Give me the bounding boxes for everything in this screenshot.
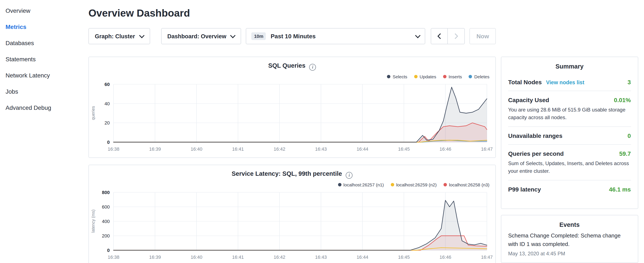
chart-header: Service Latency: SQL, 99th percentilei bbox=[89, 165, 496, 178]
summary-label: Total Nodes bbox=[508, 79, 542, 86]
legend-dot-icon bbox=[387, 75, 390, 78]
svg-text:16:41: 16:41 bbox=[232, 254, 244, 260]
time-range-dropdown[interactable]: 10m Past 10 Minutes bbox=[246, 28, 426, 44]
chart-title: SQL Queries bbox=[268, 62, 305, 69]
summary-value: 0 bbox=[624, 132, 631, 139]
dashboard-dropdown[interactable]: Dashboard: Overview bbox=[161, 28, 241, 44]
y-axis-label: queries bbox=[91, 96, 96, 130]
sidebar-item-network-latency[interactable]: Network Latency bbox=[0, 67, 85, 83]
svg-text:16:39: 16:39 bbox=[149, 146, 161, 152]
summary-title: Summary bbox=[508, 63, 631, 70]
summary-row: Total NodesView nodes list3 bbox=[508, 73, 631, 91]
summary-row: Capacity Used0.01%You are using 28.6 MiB… bbox=[508, 91, 631, 127]
summary-rows: Total NodesView nodes list3Capacity Used… bbox=[508, 73, 631, 198]
svg-text:200: 200 bbox=[102, 233, 110, 238]
svg-text:16:43: 16:43 bbox=[315, 254, 327, 260]
chart-legend: SelectsUpdatesInsertsDeletes bbox=[387, 74, 490, 79]
svg-text:16:44: 16:44 bbox=[356, 254, 368, 260]
main-content: Overview Dashboard Graph: Cluster Dashbo… bbox=[85, 0, 644, 263]
chart-plot: 020406016:3816:3916:4016:4116:4216:4316:… bbox=[89, 81, 496, 153]
svg-text:16:38: 16:38 bbox=[108, 254, 119, 260]
svg-text:16:39: 16:39 bbox=[149, 254, 161, 260]
svg-text:800: 800 bbox=[102, 190, 110, 195]
legend-dot-icon bbox=[443, 75, 446, 78]
time-range-label: Past 10 Minutes bbox=[271, 33, 316, 40]
svg-text:600: 600 bbox=[102, 204, 110, 210]
events-list: Schema Change Completed: Schema change w… bbox=[508, 231, 631, 257]
view-nodes-link[interactable]: View nodes list bbox=[546, 80, 584, 86]
summary-label: Capacity Used bbox=[508, 97, 549, 103]
sidebar-item-overview[interactable]: Overview bbox=[0, 3, 85, 19]
svg-text:400: 400 bbox=[102, 219, 110, 224]
legend-item: localhost:26258 (n3) bbox=[444, 182, 490, 187]
svg-text:16:45: 16:45 bbox=[398, 254, 410, 260]
events-panel: Events Schema Change Completed: Schema c… bbox=[501, 215, 638, 263]
time-controls: 10m Past 10 Minutes Now bbox=[246, 28, 496, 44]
legend-label: Deletes bbox=[474, 74, 490, 79]
sidebar: OverviewMetricsDatabasesStatementsNetwor… bbox=[0, 0, 85, 263]
sidebar-item-metrics[interactable]: Metrics bbox=[0, 19, 85, 35]
summary-description: Sum of Selects, Updates, Inserts, and De… bbox=[508, 160, 631, 175]
svg-text:16:40: 16:40 bbox=[191, 254, 202, 260]
svg-text:16:41: 16:41 bbox=[232, 146, 244, 152]
chart-header: SQL Queriesi bbox=[89, 57, 496, 70]
svg-text:0: 0 bbox=[107, 248, 110, 253]
legend-dot-icon bbox=[469, 75, 472, 78]
legend-label: Updates bbox=[420, 74, 436, 79]
sidebar-item-databases[interactable]: Databases bbox=[0, 35, 85, 51]
svg-text:16:45: 16:45 bbox=[398, 146, 410, 152]
graph-scope-label: Graph: Cluster bbox=[95, 33, 135, 39]
summary-value: 46.1 ms bbox=[606, 186, 631, 193]
legend-item: localhost:26259 (n2) bbox=[390, 182, 436, 187]
svg-text:16:47: 16:47 bbox=[481, 254, 492, 260]
sidebar-item-advanced-debug[interactable]: Advanced Debug bbox=[0, 100, 85, 116]
legend-dot-icon bbox=[338, 183, 341, 186]
svg-text:16:38: 16:38 bbox=[108, 146, 119, 152]
summary-value: 3 bbox=[624, 79, 631, 86]
events-title: Events bbox=[508, 221, 631, 228]
svg-text:40: 40 bbox=[104, 101, 110, 106]
chart-panel-service-latency: Service Latency: SQL, 99th percentilei l… bbox=[88, 165, 496, 263]
y-axis-label: latency (ms) bbox=[91, 204, 96, 238]
summary-row: Queries per second59.7Sum of Selects, Up… bbox=[508, 145, 631, 180]
legend-label: localhost:26258 (n3) bbox=[449, 182, 490, 187]
legend-item: Inserts bbox=[443, 74, 462, 79]
svg-text:60: 60 bbox=[104, 82, 110, 87]
chart-legend: localhost:26257 (n1)localhost:26259 (n2)… bbox=[338, 182, 490, 187]
legend-item: Deletes bbox=[469, 74, 490, 79]
summary-column: Summary Total NodesView nodes list3Capac… bbox=[501, 57, 638, 263]
charts-column: Overview Dashboard Graph: Cluster Dashbo… bbox=[88, 0, 496, 263]
chevron-down-icon bbox=[230, 33, 236, 38]
info-icon[interactable]: i bbox=[309, 64, 316, 70]
chart-plot: 020040060080016:3816:3916:4016:4116:4216… bbox=[89, 189, 496, 261]
charts-list: SQL Queriesi SelectsUpdatesInsertsDelete… bbox=[88, 57, 496, 263]
legend-label: localhost:26257 (n1) bbox=[343, 182, 384, 187]
legend-item: Updates bbox=[414, 74, 436, 79]
legend-label: Selects bbox=[393, 74, 407, 79]
event-text[interactable]: Schema Change Completed: Schema change w… bbox=[508, 231, 631, 249]
chevron-down-icon bbox=[415, 33, 420, 38]
graph-scope-dropdown[interactable]: Graph: Cluster bbox=[88, 28, 150, 44]
sidebar-item-statements[interactable]: Statements bbox=[0, 51, 85, 67]
legend-label: Inserts bbox=[448, 74, 462, 79]
dashboard-label: Dashboard: Overview bbox=[167, 33, 226, 39]
time-back-button[interactable] bbox=[431, 28, 448, 44]
app-window: OverviewMetricsDatabasesStatementsNetwor… bbox=[0, 0, 644, 263]
chevron-right-icon bbox=[454, 33, 458, 39]
info-icon[interactable]: i bbox=[346, 172, 353, 178]
time-nav-buttons bbox=[431, 28, 465, 44]
now-button[interactable]: Now bbox=[470, 28, 496, 44]
time-range-badge: 10m bbox=[252, 32, 266, 40]
event-timestamp: May 13, 2020 at 4:45 PM bbox=[508, 251, 631, 257]
svg-text:16:46: 16:46 bbox=[440, 254, 451, 260]
summary-label: Unavailable ranges bbox=[508, 132, 562, 139]
summary-value: 59.7 bbox=[616, 150, 631, 157]
sidebar-item-jobs[interactable]: Jobs bbox=[0, 83, 85, 100]
page-title: Overview Dashboard bbox=[88, 6, 496, 21]
svg-text:16:40: 16:40 bbox=[191, 146, 202, 152]
toolbar: Graph: Cluster Dashboard: Overview 10m P… bbox=[88, 28, 496, 44]
svg-text:16:43: 16:43 bbox=[315, 146, 327, 152]
svg-text:16:42: 16:42 bbox=[274, 146, 285, 152]
svg-text:16:47: 16:47 bbox=[481, 146, 492, 152]
time-forward-button[interactable] bbox=[448, 28, 465, 44]
